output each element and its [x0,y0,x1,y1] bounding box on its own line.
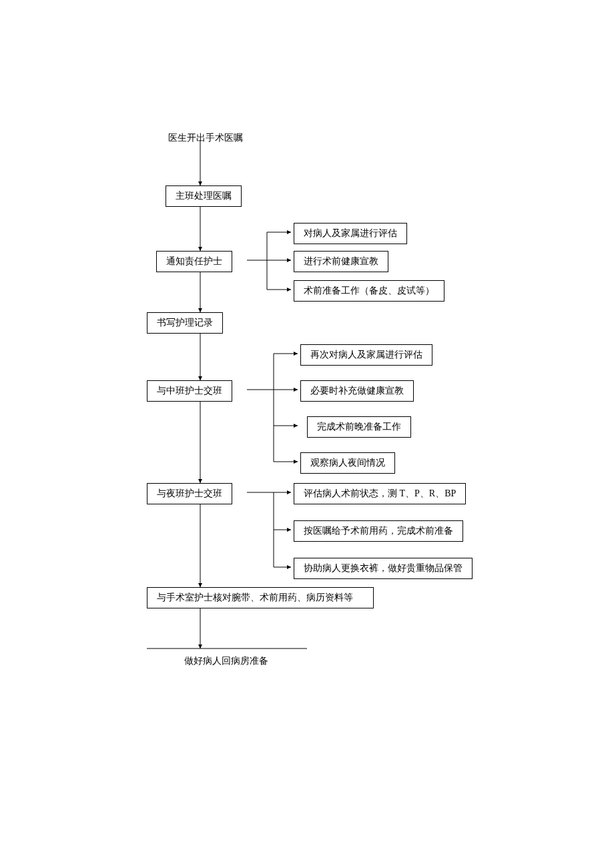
side-preop-prep: 术前准备工作（备皮、皮试等） [294,280,444,302]
node-return-prep: 做好病人回病房准备 [184,655,268,667]
node-notify-nurse: 通知责任护士 [156,251,232,272]
side-preop-vitals: 评估病人术前状态，测 T、P、R、BP [294,483,466,504]
node-or-verify: 与手术室护士核对腕带、术前用药、病历资料等 [147,587,374,608]
flowchart-container: 主班处理医嘱 通知责任护士 书写护理记录 与中班护士交班 与夜班护士交班 与手术… [147,127,521,661]
node-main-shift-process: 主班处理医嘱 [166,185,242,207]
node-nightshift-handover: 与夜班护士交班 [147,483,232,504]
node-midshift-handover: 与中班护士交班 [147,380,232,402]
side-reassess: 再次对病人及家属进行评估 [300,344,432,366]
side-assess-patient-family: 对病人及家属进行评估 [294,223,407,244]
side-preop-education: 进行术前健康宣教 [294,251,388,272]
side-night-observe: 观察病人夜间情况 [300,452,395,474]
side-preop-medication: 按医嘱给予术前用药，完成术前准备 [294,520,463,542]
side-change-clothes-valuables: 协助病人更换衣裤，做好贵重物品保管 [294,558,473,579]
node-write-record: 书写护理记录 [147,312,223,334]
side-supp-education: 必要时补充做健康宣教 [300,380,414,402]
side-preop-evening: 完成术前晚准备工作 [307,416,411,438]
